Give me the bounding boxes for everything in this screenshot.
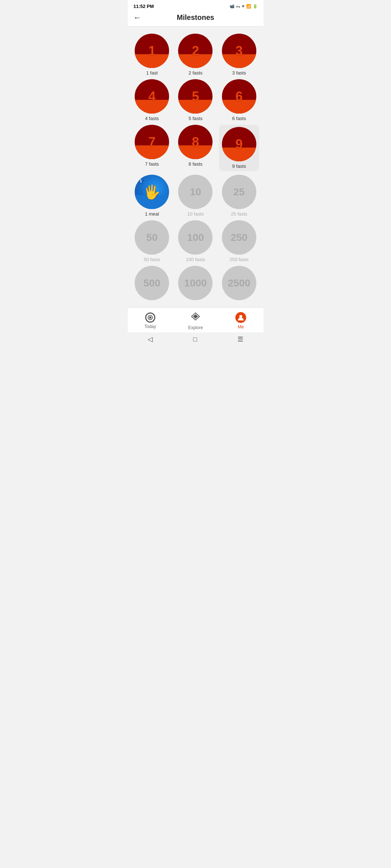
- milestone-num-9: 9: [235, 138, 243, 151]
- milestone-label-6: 6 fasts: [232, 116, 246, 121]
- back-button[interactable]: ←: [134, 14, 142, 22]
- milestone-num-2500: 2500: [228, 277, 250, 289]
- milestone-item-500[interactable]: 500 500 fasts: [132, 266, 172, 300]
- milestone-item-50[interactable]: 50 50 fasts: [132, 220, 172, 262]
- milestone-label-250: 250 fasts: [230, 257, 249, 262]
- milestone-circle-8: 8: [178, 125, 213, 159]
- milestone-label-50: 50 fasts: [144, 257, 160, 262]
- milestone-label-10: 10 fasts: [187, 211, 204, 217]
- milestone-item-100[interactable]: 100 100 fasts: [176, 220, 215, 262]
- nav-today[interactable]: Today: [128, 312, 173, 329]
- milestone-num-2: 2: [192, 44, 199, 58]
- milestone-item-9[interactable]: 9 9 fasts: [219, 125, 259, 171]
- milestone-item-10[interactable]: 10 10 fasts: [176, 175, 215, 217]
- milestone-num-1000: 1000: [184, 277, 207, 289]
- system-bar: ◁ □ ☰: [128, 332, 264, 348]
- milestone-num-1: 1: [148, 44, 156, 58]
- nav-me[interactable]: Me: [218, 312, 264, 329]
- milestone-circle-3: 3: [222, 34, 256, 68]
- milestone-circle-250: 250: [222, 220, 256, 255]
- milestone-item-250[interactable]: 250 250 fasts: [219, 220, 259, 262]
- me-icon: [235, 312, 246, 323]
- me-label: Me: [238, 324, 244, 329]
- nav-explore[interactable]: Explore: [173, 311, 218, 330]
- milestone-label-5: 5 fasts: [189, 116, 202, 121]
- milestone-item-1000[interactable]: 1000 1000 fasts: [176, 266, 215, 300]
- milestone-num-250: 250: [231, 232, 248, 243]
- milestone-circle-6: 6: [222, 79, 256, 114]
- page-header: ← Milestones: [128, 10, 264, 26]
- svg-point-1: [149, 316, 151, 319]
- milestone-circle-2: 2: [178, 34, 213, 68]
- milestone-item-1[interactable]: 1 1 fast: [132, 34, 172, 76]
- milestone-circle-4: 4: [135, 79, 169, 114]
- milestone-label-2: 2 fasts: [189, 70, 202, 76]
- milestone-item-2[interactable]: 2 2 fasts: [176, 34, 215, 76]
- wifi-icon: 📶: [246, 4, 251, 9]
- explore-icon: [190, 311, 201, 324]
- milestone-item-8[interactable]: 8 8 fasts: [176, 125, 215, 171]
- milestone-circle-7: 7: [135, 125, 169, 159]
- milestone-label-8: 8 fasts: [189, 161, 202, 167]
- milestone-num-3: 3: [235, 44, 243, 58]
- milestone-label-25: 25 fasts: [231, 211, 248, 217]
- milestone-num-4: 4: [148, 90, 156, 103]
- milestone-item-6[interactable]: 6 6 fasts: [219, 79, 259, 121]
- milestone-circle-100: 100: [178, 220, 213, 255]
- milestone-num-10: 10: [190, 186, 201, 198]
- milestone-label-9: 9 fasts: [232, 163, 246, 169]
- milestone-circle-1000: 1000: [178, 266, 213, 300]
- milestone-item-7[interactable]: 7 7 fasts: [132, 125, 172, 171]
- milestone-num-100: 100: [187, 232, 204, 243]
- milestone-label-1: 1 fast: [146, 70, 158, 76]
- milestone-circle-500: 500: [135, 266, 169, 300]
- milestone-circle-9: 9: [222, 127, 256, 161]
- explore-label: Explore: [188, 325, 203, 330]
- battery-icon: 🔋: [253, 4, 258, 9]
- milestones-scroll: 1 1 fast 2 2 fasts 3 3 fasts 4 4 fasts 5…: [128, 26, 264, 307]
- milestone-item-5[interactable]: 5 5 fasts: [176, 79, 215, 121]
- today-label: Today: [144, 324, 156, 329]
- home-system-icon[interactable]: □: [193, 336, 197, 343]
- meal-hand-icon: 🖐: [143, 184, 160, 200]
- milestone-circle-meal: 1 🖐: [135, 175, 169, 209]
- page-title: Milestones: [177, 13, 214, 22]
- milestone-item-2500[interactable]: 2500 2500 fasts: [219, 266, 259, 300]
- milestone-circle-5: 5: [178, 79, 213, 114]
- milestone-item-meal[interactable]: 1 🖐 1 meal: [132, 175, 172, 217]
- bottom-nav: Today Explore Me: [128, 307, 264, 332]
- milestone-num-25: 25: [234, 186, 245, 198]
- milestone-circle-50: 50: [135, 220, 169, 255]
- milestone-num-50: 50: [146, 232, 157, 243]
- back-system-icon[interactable]: ◁: [148, 335, 153, 343]
- svg-point-4: [239, 315, 242, 318]
- milestone-item-4[interactable]: 4 4 fasts: [132, 79, 172, 121]
- milestone-circle-25: 25: [222, 175, 256, 209]
- meal-badge: 1: [138, 178, 144, 184]
- milestone-label-4: 4 fasts: [145, 116, 159, 121]
- milestone-num-5: 5: [192, 90, 199, 103]
- camera-icon: 📹: [230, 4, 235, 9]
- status-bar: 11:52 PM 📹 🗝 ✳ 📶 🔋: [128, 0, 264, 10]
- milestone-label-meal: 1 meal: [145, 211, 159, 217]
- milestone-num-8: 8: [192, 136, 199, 149]
- bluetooth-icon: ✳: [241, 4, 245, 9]
- status-time: 11:52 PM: [134, 4, 154, 9]
- milestone-circle-2500: 2500: [222, 266, 256, 300]
- milestone-num-500: 500: [143, 277, 160, 289]
- milestone-num-7: 7: [148, 136, 156, 149]
- recents-system-icon[interactable]: ☰: [237, 335, 243, 343]
- today-icon: [145, 312, 155, 323]
- milestone-label-100: 100 fasts: [186, 257, 205, 262]
- milestone-item-25[interactable]: 25 25 fasts: [219, 175, 259, 217]
- milestones-grid: 1 1 fast 2 2 fasts 3 3 fasts 4 4 fasts 5…: [132, 34, 259, 300]
- milestone-label-7: 7 fasts: [145, 161, 159, 167]
- status-icons: 📹 🗝 ✳ 📶 🔋: [230, 4, 258, 9]
- milestone-item-3[interactable]: 3 3 fasts: [219, 34, 259, 76]
- milestone-num-6: 6: [235, 90, 243, 103]
- milestone-label-3: 3 fasts: [232, 70, 246, 76]
- milestone-circle-10: 10: [178, 175, 213, 209]
- key-icon: 🗝: [236, 4, 240, 9]
- milestone-circle-1: 1: [135, 34, 169, 68]
